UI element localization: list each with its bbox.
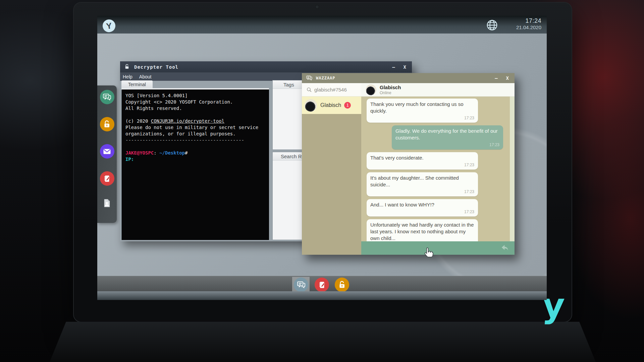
dock-decrypter-icon[interactable] xyxy=(100,117,114,131)
unlock-icon xyxy=(124,64,130,70)
contact-avatar xyxy=(305,99,317,112)
mouse-cursor xyxy=(422,246,434,258)
minimize-button[interactable]: – xyxy=(392,64,395,70)
taskbar xyxy=(97,276,547,291)
contact-row-glabisch[interactable]: Glabisch 1 xyxy=(302,97,361,114)
terminal-line: All Rights reserved. xyxy=(125,105,265,112)
laptop-body xyxy=(50,322,596,362)
chat-bubbles-icon xyxy=(306,75,313,81)
chat-panel: Glabisch Online Thank you very much for … xyxy=(361,83,515,255)
wazzaap-titlebar[interactable]: WAZZAAP – X xyxy=(302,73,515,83)
wazzaap-title: WAZZAAP xyxy=(316,76,335,80)
chat-message: Thank you very much for contacting us so… xyxy=(367,99,478,123)
webcam xyxy=(315,5,319,9)
close-button[interactable]: X xyxy=(506,75,509,81)
tab-terminal[interactable]: Terminal xyxy=(121,80,153,88)
unread-badge: 1 xyxy=(344,102,351,109)
terminal-line xyxy=(125,143,265,150)
time: 17:24 xyxy=(516,17,541,24)
chat-header-status: Online xyxy=(380,90,401,95)
decrypter-titlebar[interactable]: Decrypter Tool – X xyxy=(120,61,412,72)
wazzaap-window: WAZZAAP – X Glabisch 1 xyxy=(302,73,515,255)
dock-profile-icon[interactable] xyxy=(102,198,112,209)
menu-about[interactable]: About xyxy=(136,74,155,79)
chat-message: Unfortunately we had hardly any contact … xyxy=(367,219,478,241)
dock-notes-icon[interactable] xyxy=(100,171,114,186)
chat-header-avatar xyxy=(366,84,376,95)
network-globe-icon[interactable] xyxy=(486,19,498,32)
dock-mail-icon[interactable] xyxy=(100,144,114,159)
os-logo[interactable]: Y xyxy=(102,19,116,33)
terminal-line: JAKE@YOSPC: ~/Desktop# xyxy=(125,150,265,156)
screen-chin xyxy=(97,291,547,300)
chat-messages: Thank you very much for contacting us so… xyxy=(361,97,515,241)
menu-help[interactable]: Help xyxy=(120,74,136,79)
contact-search[interactable] xyxy=(302,83,361,97)
dock-chat-icon[interactable] xyxy=(100,90,114,104)
terminal-line: ----------------------------------------… xyxy=(125,137,265,143)
decrypter-title: Decrypter Tool xyxy=(134,64,178,70)
chat-message: Gladly. We do everything for the benefit… xyxy=(392,125,503,149)
terminal-line: organizations, or for illegal purposes. xyxy=(125,131,265,137)
taskbar-notes-icon[interactable] xyxy=(315,278,329,292)
chat-input-bar[interactable] xyxy=(361,241,515,255)
app-dock xyxy=(97,85,117,223)
search-input[interactable] xyxy=(314,87,355,93)
minimize-button[interactable]: – xyxy=(495,75,498,81)
desktop: Y 17:24 21.04.2020 xyxy=(97,16,547,293)
contact-name: Glabisch xyxy=(320,102,341,108)
taskbar-chat-icon[interactable] xyxy=(294,278,308,292)
reply-icon[interactable] xyxy=(500,243,510,253)
taskbar-decrypter-icon[interactable] xyxy=(335,278,349,292)
terminal-line: IP: xyxy=(125,156,265,163)
terminal-line: Please do not use in military or secret … xyxy=(125,124,265,131)
terminal-output[interactable]: YOS [Version 5.4.0001]Copyright <c> 2020… xyxy=(121,89,269,240)
search-icon xyxy=(306,87,312,93)
chat-message: It's about my daughter... She committed … xyxy=(367,172,478,196)
chat-message: And... I want to know WHY!?17:23 xyxy=(367,199,478,217)
terminal-line: Copyright <c> 2020 YOSOFT Corporation. xyxy=(125,99,265,105)
terminal-line: (c) 2020 CONJUR3R.io/decrypter-tool xyxy=(125,118,265,124)
chat-scrollbar[interactable] xyxy=(510,97,515,241)
chat-header: Glabisch Online xyxy=(361,83,515,97)
terminal-line xyxy=(125,112,265,118)
contact-sidebar: Glabisch 1 xyxy=(302,83,361,255)
terminal-line: YOS [Version 5.4.0001] xyxy=(125,93,265,99)
system-topbar: Y 17:24 21.04.2020 xyxy=(97,16,547,34)
date: 21.04.2020 xyxy=(516,24,541,30)
clock: 17:24 21.04.2020 xyxy=(516,17,541,30)
chat-message: That's very considerate.17:23 xyxy=(367,152,478,170)
chat-header-name: Glabisch xyxy=(380,84,401,90)
close-button[interactable]: X xyxy=(404,64,407,70)
